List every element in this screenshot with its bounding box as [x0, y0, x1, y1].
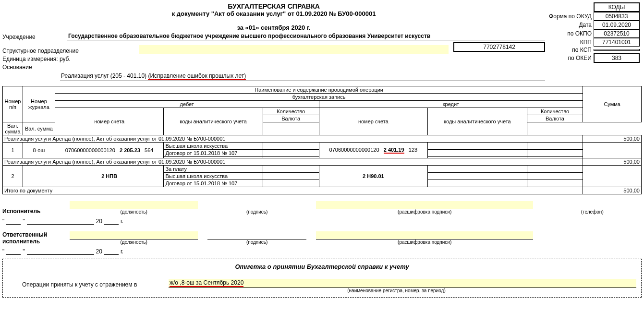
r2-debit-acc: 2 НПВ — [55, 166, 164, 187]
r1-num: 1 — [3, 143, 23, 158]
r1-sum — [583, 143, 642, 158]
th-d-analytic: коды аналитического учета — [164, 108, 263, 135]
kpp-label: КПП — [549, 38, 594, 47]
kpp-value: 771401001 — [594, 38, 640, 47]
resp-decipher[interactable] — [316, 231, 533, 239]
register-caption: (наименование регистра, номер, за период… — [157, 288, 636, 293]
acceptance-title: Отметка о принятии Бухгалтерской справки… — [8, 263, 636, 270]
th-journal: Номер журнала — [23, 86, 55, 122]
th-c-qty: Количество — [527, 108, 583, 115]
r2-d-a2: Договор от 15.01.2018 № 107 — [164, 180, 263, 187]
date-value: 01.09.2020 — [594, 21, 640, 29]
r2-credit-acc: 2 Н90.01 — [319, 166, 428, 187]
okpo-value: 02372510 — [594, 29, 640, 38]
th-num: Номер п/п — [3, 86, 23, 122]
unit-label: Единица измерения: руб. — [2, 56, 73, 62]
okud-value: 0504833 — [594, 12, 640, 21]
codes-header: КОДЫ — [594, 2, 640, 12]
main-table: Номер п/п Номер журнала Наименование и с… — [2, 86, 642, 194]
responsible-label: Ответственный исполнитель — [2, 231, 60, 245]
r1-d-a2: Договор от 15.01.2018 № 107 — [164, 150, 263, 157]
okei-value: 383 — [594, 53, 640, 63]
th-entry: бухгалтерская запись — [55, 94, 583, 101]
th-credit: кредит — [319, 101, 583, 108]
th-c-acc: номер счета — [319, 108, 428, 135]
th-d-qty: Количество — [263, 108, 319, 115]
struct-unit-field[interactable] — [139, 45, 449, 54]
basis-label: Основание — [2, 64, 35, 71]
r1-c-qty — [527, 143, 583, 150]
r1-d-qty — [263, 143, 319, 150]
r1-d-a1: Высшая школа искусства — [164, 143, 263, 150]
th-debit: дебет — [55, 101, 319, 108]
institution-label: Учреждение — [2, 34, 67, 40]
op-desc-1: Реализация услуги Аренда (полное), Акт о… — [3, 135, 583, 143]
th-c-analytic: коды аналитического учета — [428, 108, 527, 135]
r2-num: 2 — [3, 166, 23, 187]
doc-title: БУХГАЛТЕРСКАЯ СПРАВКА — [2, 2, 545, 10]
r2-d-a1: Высшая школа искусства — [164, 173, 263, 180]
th-sum: Сумма — [583, 86, 642, 122]
exec-phone[interactable] — [543, 201, 642, 209]
ops-accepted-label: Операции приняты к учету с отражением в — [8, 281, 169, 288]
op-desc-2: Реализация услуги Аренда (полное), Акт о… — [3, 158, 583, 166]
r2-d-a0: За плату — [164, 166, 263, 173]
exec-position[interactable] — [70, 201, 198, 209]
struct-unit-label: Структурное подразделение — [2, 48, 139, 54]
r2-journal — [23, 166, 55, 187]
th-c-csum: Вал. сумма — [23, 122, 55, 135]
register-info[interactable]: ж/о ,8-ош за Сентябрь 2020 — [169, 279, 636, 288]
th-d-acc: номер счета — [55, 108, 164, 135]
r1-c-a1 — [428, 143, 527, 150]
total-sum: 500,00 — [583, 187, 642, 194]
basis-value: Реализация услуг (205 - 401.10) (Исправл… — [60, 72, 545, 81]
th-op-name: Наименование и содержание проводимой опе… — [55, 86, 583, 94]
resp-sign[interactable] — [207, 231, 306, 239]
executor-label: Исполнитель — [2, 208, 60, 215]
op-sum-1: 500,00 — [583, 135, 642, 143]
total-label: Итого по документу — [3, 187, 583, 194]
inn-value: 7702778142 — [453, 42, 545, 52]
institution-value: Государственное образовательное бюджетно… — [67, 32, 545, 40]
acceptance-box: Отметка о принятии Бухгалтерской справки… — [2, 259, 642, 298]
doc-subtitle: к документу "Акт об оказании услуг" от 0… — [2, 10, 545, 17]
resp-position[interactable] — [70, 231, 198, 239]
okpo-label: по ОКПО — [549, 29, 594, 38]
exec-sign[interactable] — [207, 201, 306, 209]
r1-credit-acc: 07060000000000120 2 401.19 123 — [319, 143, 428, 158]
okud-label: Форма по ОКУД — [549, 12, 594, 21]
ksp-label: по КСП — [549, 47, 594, 53]
op-sum-2: 500,00 — [583, 158, 642, 166]
date-label: Дата — [549, 21, 594, 29]
r1-journal: 8-ош — [23, 143, 55, 158]
doc-period: за «01» сентября 2020 г. — [2, 24, 545, 31]
exec-decipher[interactable] — [316, 201, 533, 209]
th-c-cur: Валюта — [527, 115, 583, 122]
th-d-cur: Валюта — [263, 115, 319, 122]
r1-debit-acc: 07060000000000120 2 205.23 564 — [55, 143, 164, 158]
ksp-value — [594, 49, 640, 51]
okei-label: по ОКЕИ — [549, 53, 594, 63]
th-d-csum: Вал. сумма — [3, 122, 23, 135]
